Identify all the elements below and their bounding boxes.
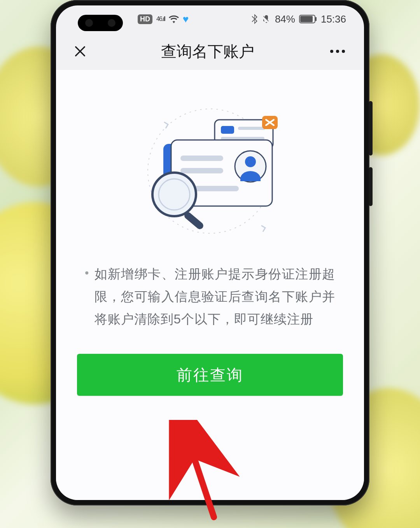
- svg-rect-18: [183, 211, 205, 231]
- info-text: 如新增绑卡、注册账户提示身份证注册超限，您可输入信息验证后查询名下账户并将账户清…: [94, 263, 335, 330]
- navigation-bar: 查询名下账户: [56, 33, 364, 70]
- wifi-icon: [169, 15, 179, 23]
- close-button[interactable]: [72, 43, 89, 60]
- bluetooth-icon: [251, 14, 258, 24]
- battery-icon: [299, 15, 317, 23]
- page-title: 查询名下账户: [89, 41, 327, 62]
- heart-icon: ♥: [183, 13, 189, 25]
- svg-rect-2: [315, 17, 317, 21]
- svg-rect-7: [238, 127, 265, 130]
- svg-rect-6: [221, 126, 234, 134]
- svg-rect-11: [180, 156, 223, 161]
- more-button[interactable]: [327, 50, 348, 53]
- go-query-button[interactable]: 前往查询: [77, 354, 343, 396]
- camera-punch-hole: [78, 15, 123, 31]
- phone-screen: HD 46.ıll ♥ 84% 15:36: [56, 5, 364, 500]
- more-icon: [342, 50, 345, 53]
- svg-rect-12: [180, 168, 223, 173]
- content-page: • 如新增绑卡、注册账户提示身份证注册超限，您可输入信息验证后查询名下账户并将账…: [56, 70, 364, 500]
- volume-button: [369, 101, 373, 156]
- network-label: 46.ıll: [156, 16, 165, 23]
- mute-icon: [262, 14, 271, 24]
- hd-badge: HD: [138, 14, 152, 24]
- power-button: [369, 167, 373, 206]
- svg-point-15: [245, 156, 256, 167]
- bullet-item: • 如新增绑卡、注册账户提示身份证注册超限，您可输入信息验证后查询名下账户并将账…: [85, 263, 335, 330]
- primary-button-label: 前往查询: [177, 364, 243, 386]
- bullet-dot-icon: •: [85, 263, 89, 330]
- illustration-container: [56, 70, 364, 237]
- info-block: • 如新增绑卡、注册账户提示身份证注册超限，您可输入信息验证后查询名下账户并将账…: [56, 237, 364, 330]
- more-icon: [330, 50, 333, 53]
- close-icon: [74, 45, 87, 58]
- clock-time: 15:36: [321, 13, 346, 25]
- id-card-search-illustration: [128, 97, 292, 237]
- phone-frame: HD 46.ıll ♥ 84% 15:36: [51, 0, 369, 505]
- svg-rect-1: [300, 16, 313, 22]
- more-icon: [336, 50, 339, 53]
- battery-percent: 84%: [275, 13, 295, 25]
